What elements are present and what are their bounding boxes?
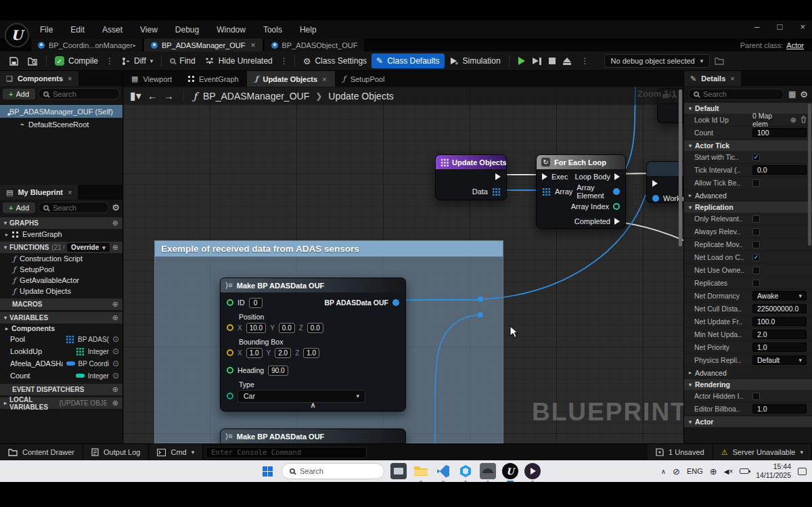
value-input-min-net-upda[interactable]: 2.0: [752, 330, 807, 339]
node-partial-right[interactable]: Working: [646, 161, 683, 203]
value-input-net-update-fr[interactable]: 100.0: [752, 317, 807, 326]
add-blueprint-item-button[interactable]: + Add: [3, 202, 35, 213]
value-input-tick-interval[interactable]: 0.0: [752, 165, 807, 175]
details-section-default[interactable]: ▾Default: [684, 102, 812, 114]
graph-canvas[interactable]: ▮▾ ← → ƒ BP_ADASManager_OUF ❯ Update Obj…: [123, 87, 683, 443]
value-input-count[interactable]: 100: [752, 128, 807, 137]
tab-details[interactable]: ✎ Details ×: [684, 71, 741, 86]
variable-row-lookidup[interactable]: LookIdUpInteger⊙: [0, 345, 122, 357]
server-status-dropdown[interactable]: ⚠ Server Unavailable ▾: [713, 444, 812, 460]
collapse-node-icon[interactable]: ∧: [221, 401, 405, 410]
console-command-input[interactable]: Enter Console Command: [206, 447, 367, 458]
bbox-z-input[interactable]: 1.0: [303, 348, 319, 358]
vscode-icon[interactable]: [435, 463, 451, 479]
asset-tab[interactable]: BP_ADASObject_OUF: [265, 39, 365, 51]
output-log-button[interactable]: Output Log: [83, 444, 149, 460]
graph-tab-setuppool[interactable]: ƒSetupPool: [335, 71, 393, 87]
breadcrumb-root[interactable]: BP_ADASManager_OUF: [203, 91, 309, 102]
position-y-input[interactable]: 0.0: [279, 323, 295, 333]
back-arrow-icon[interactable]: ←: [148, 90, 158, 102]
car-app-icon[interactable]: [480, 463, 496, 479]
breadcrumb-current[interactable]: Update Objects: [328, 91, 394, 102]
variables-components-group[interactable]: ▸ Components: [0, 324, 122, 333]
class-defaults-button[interactable]: ✎ Class Defaults: [371, 53, 444, 68]
add-circle-icon[interactable]: ⊕: [112, 300, 118, 309]
taskbar-search-input[interactable]: Search: [281, 463, 384, 479]
exec-output-pin[interactable]: [614, 218, 620, 225]
exec-input-pin[interactable]: [652, 180, 658, 187]
variable-row-afeela_adashandle[interactable]: Afeela_ADASHandleBP Coordi⊙: [0, 357, 122, 370]
add-circle-icon[interactable]: ⊕: [112, 399, 118, 407]
array-output-pin[interactable]: [493, 188, 500, 195]
exec-output-pin[interactable]: [495, 173, 501, 180]
type-input-pin[interactable]: [227, 393, 233, 399]
menu-tools[interactable]: Tools: [254, 25, 291, 35]
diff-button[interactable]: Diff ▾: [116, 53, 158, 68]
bookmark-icon[interactable]: ▮▾: [130, 89, 141, 102]
file-explorer-icon[interactable]: [413, 463, 429, 479]
play-icon[interactable]: [518, 57, 525, 65]
node-make-bp-adasdata-2[interactable]: ⟩≡ Make BP ADASData OUF: [220, 428, 406, 443]
debug-browse-button[interactable]: [710, 54, 729, 68]
details-section-actor[interactable]: ▾Actor: [684, 416, 812, 427]
value-input-net-cull-dista[interactable]: 225000000.0: [752, 304, 807, 313]
details-section-replication[interactable]: ▾Replication: [684, 201, 812, 213]
forward-arrow-icon[interactable]: →: [164, 90, 174, 102]
node-make-bp-adasdata[interactable]: ⟩≡ Make BP ADASData OUF ID 0 BP ADASData…: [220, 278, 406, 412]
details-section-actor-tick[interactable]: ▾Actor Tick: [684, 139, 812, 151]
graph-tab-update-objects[interactable]: ƒUpdate Objects×: [247, 71, 335, 87]
array-input-pin[interactable]: [543, 188, 550, 195]
struct-output-pin[interactable]: [392, 299, 399, 306]
tab-components[interactable]: ❏ Components ×: [0, 71, 78, 86]
tab-my-blueprint[interactable]: ▤ My Blueprint ×: [0, 185, 78, 200]
bbox-x-input[interactable]: 1.0: [246, 348, 263, 358]
eye-icon[interactable]: ⊙: [112, 334, 119, 344]
sidebar-item-eventgraph[interactable]: ▸ EventGraph: [0, 229, 122, 240]
add-circle-icon[interactable]: ⊕: [112, 385, 118, 394]
close-icon[interactable]: ×: [68, 188, 72, 196]
close-icon[interactable]: ×: [250, 41, 255, 50]
eye-icon[interactable]: ⊙: [112, 359, 119, 368]
component-root-item[interactable]: BP_ADASManager_OUF (Self): [0, 105, 122, 118]
hide-unrelated-button[interactable]: Hide Unrelated: [200, 53, 277, 68]
compile-options-icon[interactable]: ⋮: [103, 56, 116, 66]
trash-icon[interactable]: [800, 116, 807, 125]
compile-button[interactable]: ✓ Compile: [50, 53, 103, 68]
minimize-button[interactable]: –: [754, 22, 759, 32]
checkbox-replicate-mov[interactable]: [752, 241, 760, 248]
notification-center-icon[interactable]: [798, 468, 807, 475]
sidebar-item-update-objects[interactable]: ƒUpdate Objects: [0, 286, 122, 296]
variable-row-count[interactable]: CountInteger⊙: [0, 370, 122, 382]
value-input-net-priority[interactable]: 1.0: [752, 343, 807, 352]
unsaved-button[interactable]: 1 Unsaved: [648, 444, 713, 460]
checkbox-actor-hidden-i[interactable]: [752, 393, 760, 400]
position-z-input[interactable]: 0.0: [307, 323, 323, 333]
menu-debug[interactable]: Debug: [166, 25, 208, 35]
menu-edit[interactable]: Edit: [62, 25, 93, 35]
cmd-dropdown[interactable]: Cmd ▾: [149, 444, 203, 460]
simulation-button[interactable]: Simulation: [445, 53, 505, 68]
node-for-each-loop[interactable]: ↻ For Each Loop Exec Loop Body Array Arr…: [536, 154, 626, 229]
save-button[interactable]: [5, 54, 23, 68]
content-drawer-button[interactable]: Content Drawer: [0, 444, 83, 460]
checkbox-allow-tick-be[interactable]: [752, 179, 760, 187]
checkbox-start-with-tic[interactable]: ✓: [752, 154, 760, 161]
local-variables-header[interactable]: ▸ LOCAL VARIABLES (UPDATE OBJECTS) ⊕: [0, 397, 122, 409]
unreal-engine-icon[interactable]: U: [502, 463, 518, 479]
battery-icon[interactable]: [740, 468, 749, 474]
details-scrollbar[interactable]: [808, 104, 811, 246]
asset-tab[interactable]: BP_Coordin...onManager•: [31, 39, 142, 51]
parent-class-link[interactable]: Actor: [786, 41, 804, 49]
details-search-input[interactable]: Search: [688, 89, 784, 100]
heading-value-input[interactable]: 90.0: [268, 366, 288, 376]
eject-icon[interactable]: [563, 58, 571, 65]
media-player-icon[interactable]: [524, 463, 541, 479]
menu-view[interactable]: View: [131, 25, 166, 35]
stop-icon[interactable]: [549, 58, 556, 64]
bbox-y-input[interactable]: 2.0: [275, 348, 291, 358]
display-options-icon[interactable]: ▦: [788, 89, 796, 99]
menu-file[interactable]: File: [31, 25, 62, 35]
hide-unrelated-options-icon[interactable]: ⋮: [277, 56, 291, 66]
value-input-editor-billboa[interactable]: 1.0: [752, 404, 807, 414]
add-circle-icon[interactable]: ⊕: [112, 243, 118, 252]
